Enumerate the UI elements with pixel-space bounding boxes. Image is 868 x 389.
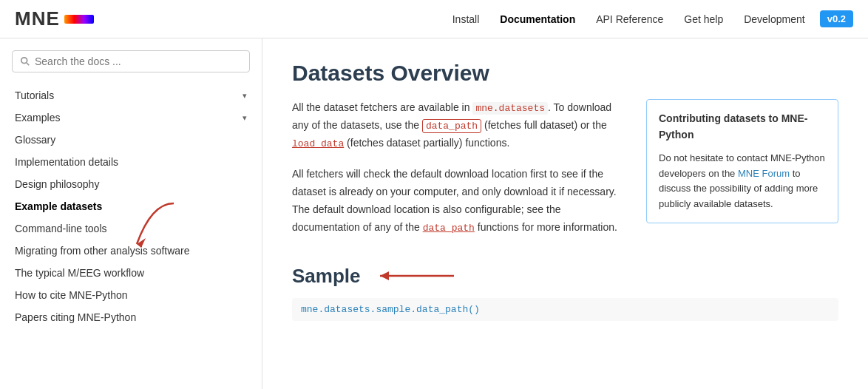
logo: MNE <box>15 7 94 30</box>
nav-install[interactable]: Install <box>452 13 480 25</box>
sidebar-item-implementation-details[interactable]: Implementation details <box>0 151 262 173</box>
page-title: Datasets Overview <box>292 61 838 86</box>
nav-documentation[interactable]: Documentation <box>500 13 575 25</box>
sample-section-title: Sample <box>292 265 838 288</box>
nav-api-reference[interactable]: API Reference <box>596 13 663 25</box>
sample-code-block: mne.datasets.sample.data_path() <box>292 298 838 321</box>
sidebar-item-example-datasets[interactable]: Example datasets <box>0 195 262 217</box>
sidebar-item-label: Implementation details <box>15 156 118 168</box>
sidebar-item-cite[interactable]: How to cite MNE-Python <box>0 284 262 306</box>
sidebar-item-label: Examples <box>15 112 60 124</box>
sidebar-item-label: Command-line tools <box>15 223 107 234</box>
header: MNE Install Documentation API Reference … <box>0 0 868 38</box>
chevron-down-icon: ▾ <box>243 91 247 101</box>
data-path-link[interactable]: data_path <box>423 223 475 234</box>
sidebar-item-examples[interactable]: Examples ▾ <box>0 106 262 129</box>
mne-datasets-code: mne.datasets <box>472 102 548 115</box>
sidebar-item-label: The typical M/EEG workflow <box>15 267 144 279</box>
sample-title-text: Sample <box>292 265 361 288</box>
chevron-down-icon: ▾ <box>243 113 247 123</box>
logo-rainbow <box>64 15 94 24</box>
mne-forum-link[interactable]: MNE Forum <box>738 168 790 179</box>
sidebar-item-migrating[interactable]: Migrating from other analysis software <box>0 240 262 262</box>
main-text: All the dataset fetchers are available i… <box>292 99 628 250</box>
sidebar-item-label: Migrating from other analysis software <box>15 245 190 257</box>
sidebar-item-design-philosophy[interactable]: Design philosophy <box>0 173 262 195</box>
intro-text-1a: All the dataset fetchers are available i… <box>292 101 472 113</box>
header-nav: Install Documentation API Reference Get … <box>452 13 805 25</box>
logo-text: MNE <box>15 7 60 30</box>
search-input[interactable] <box>35 55 242 67</box>
svg-point-0 <box>21 58 27 64</box>
info-box-title: Contributing datasets to MNE-Python <box>659 110 826 143</box>
sidebar: Tutorials ▾ Examples ▾ Glossary Implemen… <box>0 38 262 389</box>
main-content: Datasets Overview All the dataset fetche… <box>262 38 868 389</box>
intro-text-2b: functions for more information. <box>475 221 617 233</box>
search-box[interactable] <box>12 50 250 72</box>
intro-text-1d: (fetches dataset partially) functions. <box>344 137 509 149</box>
intro-text-1c: (fetches full dataset) or the <box>481 119 607 131</box>
sidebar-item-command-line-tools[interactable]: Command-line tools <box>0 217 262 240</box>
nav-development[interactable]: Development <box>744 13 805 25</box>
load-data-link[interactable]: load_data <box>292 138 344 149</box>
info-box: Contributing datasets to MNE-Python Do n… <box>646 99 838 223</box>
sidebar-item-workflow[interactable]: The typical M/EEG workflow <box>0 262 262 284</box>
layout: Tutorials ▾ Examples ▾ Glossary Implemen… <box>0 38 868 389</box>
sidebar-item-label: Tutorials <box>15 89 54 101</box>
version-badge[interactable]: v0.2 <box>820 10 853 27</box>
sidebar-item-label: Example datasets <box>15 200 102 212</box>
red-arrow-left <box>373 268 461 283</box>
sidebar-item-papers[interactable]: Papers citing MNE-Python <box>0 306 262 328</box>
sidebar-item-label: Glossary <box>15 134 55 146</box>
sidebar-item-glossary[interactable]: Glossary <box>0 129 262 151</box>
svg-marker-3 <box>380 271 389 280</box>
intro-paragraph-1: All the dataset fetchers are available i… <box>292 99 628 152</box>
sidebar-item-tutorials[interactable]: Tutorials ▾ <box>0 84 262 106</box>
search-icon <box>20 56 30 67</box>
info-box-text: Do not hesitate to contact MNE-Python de… <box>659 151 826 212</box>
data-path-highlighted: data_path <box>422 119 481 133</box>
intro-paragraph-2: All fetchers will check the default down… <box>292 166 628 236</box>
sidebar-item-label: Papers citing MNE-Python <box>15 311 136 323</box>
main-split: All the dataset fetchers are available i… <box>292 99 838 250</box>
nav-get-help[interactable]: Get help <box>684 13 723 25</box>
sidebar-item-label: Design philosophy <box>15 178 99 190</box>
sidebar-item-label: How to cite MNE-Python <box>15 289 128 301</box>
svg-line-1 <box>27 63 30 66</box>
